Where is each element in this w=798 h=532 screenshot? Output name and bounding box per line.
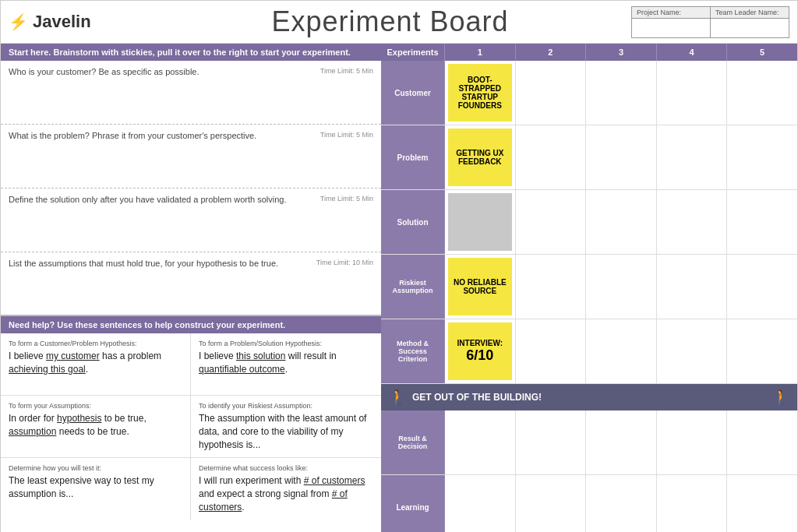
row-label-solution: Solution	[381, 190, 445, 254]
help-content-5: I will run experiment with # of customer…	[199, 474, 373, 513]
cell-problem-5[interactable]	[727, 125, 797, 189]
team-leader-field: Team Leader Name:	[711, 7, 789, 37]
cell-learning-1[interactable]	[445, 475, 516, 532]
cell-learning-2[interactable]	[516, 475, 587, 532]
row-result: Result & Decision	[381, 410, 797, 475]
cell-problem-3[interactable]	[586, 125, 657, 189]
project-name-value[interactable]	[632, 19, 710, 37]
instruction-customer: Time Limit: 5 Min Who is your customer? …	[1, 61, 381, 125]
cell-customer-5[interactable]	[727, 61, 797, 125]
cell-riskiest-5[interactable]	[727, 255, 797, 319]
help-content-0: I believe my customer has a problem achi…	[9, 350, 182, 376]
logo: ⚡ Javelin	[9, 12, 149, 32]
help-cell-1: To form a Problem/Solution Hypothesis: I…	[191, 333, 381, 396]
cell-method-5[interactable]	[727, 319, 797, 383]
row-problem: Problem GETTING UX FEEDBACK	[381, 125, 797, 190]
row-label-problem: Problem	[381, 125, 445, 189]
project-name-field: Project Name:	[632, 7, 711, 37]
instruction-problem: Time Limit: 5 Min What is the problem? P…	[1, 125, 381, 188]
help-content-1: I believe this solution will result in q…	[199, 350, 373, 376]
help-label-1: To form a Problem/Solution Hypothesis:	[199, 340, 373, 347]
cell-result-4[interactable]	[657, 410, 728, 474]
time-limit-customer: Time Limit: 5 Min	[320, 67, 373, 75]
cell-riskiest-2[interactable]	[516, 255, 587, 319]
cell-learning-3[interactable]	[586, 475, 657, 532]
logo-text: Javelin	[33, 12, 91, 32]
cell-customer-4[interactable]	[657, 61, 728, 125]
run-left-icon: 🚶	[389, 389, 406, 406]
col-header-5: 5	[727, 44, 797, 61]
cell-customer-2[interactable]	[516, 61, 587, 125]
cell-solution-1[interactable]	[445, 190, 516, 254]
sticky-problem-1: GETTING UX FEEDBACK	[448, 129, 512, 186]
start-header: Start here. Brainstorm with stickies, pu…	[1, 44, 381, 61]
time-limit-solution: Time Limit: 5 Min	[320, 195, 373, 203]
team-leader-value[interactable]	[711, 19, 789, 37]
help-cell-3: To identify your Riskiest Assumption: Th…	[191, 396, 381, 458]
time-limit-problem: Time Limit: 5 Min	[320, 131, 373, 139]
left-panel: Start here. Brainstorm with stickies, pu…	[1, 44, 381, 532]
main-title: Experiment Board	[149, 5, 631, 38]
row-label-result: Result & Decision	[381, 410, 445, 474]
col-header-4: 4	[657, 44, 728, 61]
cell-solution-3[interactable]	[586, 190, 657, 254]
col-header-experiments: Experiments	[381, 44, 445, 61]
time-limit-assumption: Time Limit: 10 Min	[316, 259, 373, 266]
help-label-2: To form your Assumptions:	[9, 402, 182, 410]
cell-customer-3[interactable]	[586, 61, 657, 125]
cell-learning-4[interactable]	[657, 475, 728, 532]
instruction-solution: Time Limit: 5 Min Define the solution on…	[1, 188, 381, 252]
col-header-2: 2	[516, 44, 587, 61]
row-learning: Learning	[381, 475, 797, 532]
cell-riskiest-3[interactable]	[586, 255, 657, 319]
cell-method-2[interactable]	[516, 319, 587, 383]
cell-riskiest-4[interactable]	[657, 255, 728, 319]
instruction-assumption: Time Limit: 10 Min List the assumptions …	[1, 252, 381, 316]
help-content-4: The least expensive way to test my assum…	[9, 474, 182, 501]
get-out-banner: 🚶 GET OUT OF THE BUILDING! 🚶	[381, 384, 797, 410]
cell-result-2[interactable]	[516, 410, 587, 474]
cell-solution-4[interactable]	[657, 190, 728, 254]
help-cell-2: To form your Assumptions: In order for h…	[1, 396, 191, 458]
help-cell-5: Determine what success looks like: I wil…	[191, 458, 381, 520]
cell-customer-1[interactable]: BOOT-STRAPPED STARTUP FOUNDERS	[445, 61, 516, 125]
instruction-text-problem: What is the problem? Phrase it from your…	[9, 131, 373, 140]
cell-result-1[interactable]	[445, 410, 516, 474]
row-customer: Customer BOOT-STRAPPED STARTUP FOUNDERS	[381, 61, 797, 125]
row-label-method: Method & Success Criterion	[381, 319, 445, 383]
cell-method-3[interactable]	[586, 319, 657, 383]
help-label-3: To identify your Riskiest Assumption:	[199, 402, 373, 410]
cell-result-3[interactable]	[586, 410, 657, 474]
help-cell-4: Determine how you will test it: The leas…	[1, 458, 191, 520]
logo-icon: ⚡	[9, 12, 28, 31]
row-label-riskiest: Riskiest Assumption	[381, 255, 445, 319]
run-right-icon: 🚶	[772, 389, 789, 406]
get-out-text: GET OUT OF THE BUILDING!	[412, 392, 766, 403]
cell-solution-2[interactable]	[516, 190, 587, 254]
instruction-text-customer: Who is your customer? Be as specific as …	[9, 67, 373, 76]
col-header-1: 1	[445, 44, 516, 61]
row-riskiest: Riskiest Assumption NO RELIABLE SOURCE	[381, 255, 797, 319]
row-label-learning: Learning	[381, 475, 445, 532]
cell-problem-1[interactable]: GETTING UX FEEDBACK	[445, 125, 516, 189]
cell-solution-5[interactable]	[727, 190, 797, 254]
help-header: Need help? Use these sentences to help c…	[1, 316, 381, 333]
cell-problem-2[interactable]	[516, 125, 587, 189]
help-label-0: To form a Customer/Problem Hypothesis:	[9, 340, 182, 347]
instruction-text-solution: Define the solution only after you have …	[9, 195, 373, 204]
cell-riskiest-1[interactable]: NO RELIABLE SOURCE	[445, 255, 516, 319]
cell-problem-4[interactable]	[657, 125, 728, 189]
cell-method-4[interactable]	[657, 319, 728, 383]
help-content-3: The assumption with the least amount of …	[199, 412, 373, 451]
help-cell-0: To form a Customer/Problem Hypothesis: I…	[1, 333, 191, 396]
cell-learning-5[interactable]	[727, 475, 797, 532]
cell-result-5[interactable]	[727, 410, 797, 474]
project-name-label: Project Name:	[632, 7, 710, 19]
header: ⚡ Javelin Experiment Board Project Name:…	[1, 1, 797, 44]
exp-column-headers: Experiments 1 2 3 4 5	[381, 44, 797, 61]
sticky-method-1: INTERVIEW: 6/10	[448, 322, 512, 380]
sticky-solution-1	[448, 193, 512, 251]
project-fields: Project Name: Team Leader Name:	[631, 6, 789, 38]
cell-method-1[interactable]: INTERVIEW: 6/10	[445, 319, 516, 383]
sticky-riskiest-1: NO RELIABLE SOURCE	[448, 258, 512, 315]
